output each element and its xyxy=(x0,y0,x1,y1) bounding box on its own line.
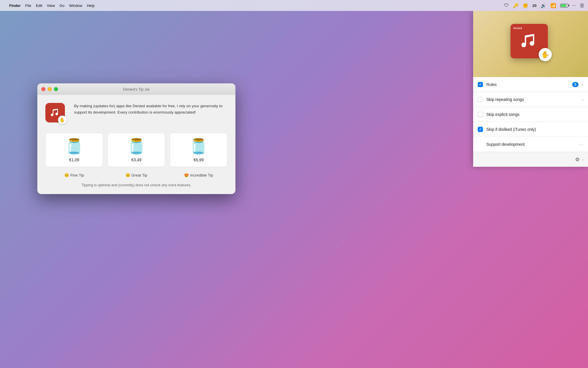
maximize-button[interactable] xyxy=(54,87,58,91)
row-label-support: Support development xyxy=(478,142,575,147)
key-icon[interactable]: 🔑 xyxy=(513,3,519,8)
battery-indicator xyxy=(560,4,568,7)
hand-icon[interactable]: ✊ xyxy=(523,3,528,8)
panel-hero: Denied ✋ xyxy=(473,11,588,77)
jar-icon-great: 🫙 xyxy=(111,138,162,155)
panel-hand-badge: ✋ xyxy=(539,48,552,61)
jar-icon-incredible: 🫙 xyxy=(173,138,224,155)
label-fine: 😐 Fine Tip xyxy=(45,173,103,177)
tip-price-great: €3,49 xyxy=(111,158,162,162)
menubar-right: 🛡 🔑 ✊ 20 🔊 📶 ··· ☰ xyxy=(504,3,584,8)
menubar-view[interactable]: View xyxy=(47,3,55,8)
checkbox-skip-explicit[interactable] xyxy=(478,112,483,117)
menu-icon[interactable]: ☰ xyxy=(580,3,584,8)
panel-row-skip-repeating[interactable]: Skip repeating songs › xyxy=(473,92,588,107)
tip-price-incredible: €6,99 xyxy=(173,158,224,162)
traffic-lights[interactable] xyxy=(41,87,58,91)
menubar-finder[interactable]: Finder xyxy=(9,3,21,8)
denied-panel: Denied ✋ Rules 5 › Skip repeating songs … xyxy=(473,11,588,167)
panel-row-support[interactable]: Support development ··· xyxy=(473,137,588,152)
label-incredible: 😍 Incredible Tip xyxy=(170,173,227,177)
tip-footnote: Tipping is optional and (currently) does… xyxy=(45,183,227,187)
minimize-button[interactable] xyxy=(48,87,52,91)
rules-badge: 5 xyxy=(572,82,579,87)
skip-repeating-chevron-icon: › xyxy=(582,97,583,102)
panel-rows: Rules 5 › Skip repeating songs › Skip ex… xyxy=(473,77,588,152)
tip-description: By making (updates for) apps like Denied… xyxy=(74,103,227,115)
settings-button[interactable]: ⚙ › xyxy=(573,155,583,164)
menubar-file[interactable]: File xyxy=(25,3,31,8)
panel-row-skip-disliked[interactable]: Skip if disliked (iTunes only) xyxy=(473,122,588,137)
panel-footer: ⚙ › xyxy=(473,152,588,167)
gear-icon[interactable]: ⚙ xyxy=(573,155,582,164)
denied-card: Denied ✋ xyxy=(510,24,548,58)
rules-chevron-icon: › xyxy=(582,82,583,87)
checkbox-rules[interactable] xyxy=(478,82,483,87)
tip-jar-dialog: Denied's Tip Jar ✋ By making (updates fo… xyxy=(37,83,235,194)
hand-badge-icon: ✋ xyxy=(58,116,67,124)
label-great: 😐 Great Tip xyxy=(108,173,165,177)
notch-number[interactable]: 20 xyxy=(532,3,536,8)
music-note-icon xyxy=(50,108,60,118)
volume-icon[interactable]: 🔊 xyxy=(541,3,546,8)
panel-music-note-icon xyxy=(520,32,538,50)
row-label-rules: Rules xyxy=(486,82,569,87)
menubar: Finder File Edit View Go Window Help 🛡 🔑… xyxy=(0,0,588,11)
app-icon-bg: ✋ xyxy=(45,103,65,122)
menubar-go[interactable]: Go xyxy=(59,3,64,8)
tip-option-incredible[interactable]: 🫙 €6,99 xyxy=(170,133,227,167)
row-label-skip-disliked: Skip if disliked (iTunes only) xyxy=(486,127,583,132)
more-options-icon[interactable]: ··· xyxy=(579,142,583,147)
more-icon[interactable]: ··· xyxy=(572,3,576,8)
battery-icon xyxy=(560,4,568,7)
titlebar: Denied's Tip Jar xyxy=(37,83,235,95)
tip-option-great[interactable]: 🫙 €3,49 xyxy=(108,133,165,167)
panel-app-icon: Denied ✋ xyxy=(510,24,551,64)
row-label-skip-repeating: Skip repeating songs xyxy=(486,97,579,102)
tip-labels: 😐 Fine Tip 😐 Great Tip 😍 Incredible Tip xyxy=(45,173,227,177)
menubar-window[interactable]: Window xyxy=(69,3,82,8)
app-icon: ✋ xyxy=(45,103,68,126)
dialog-title: Denied's Tip Jar xyxy=(123,87,150,91)
panel-row-skip-explicit[interactable]: Skip explicit songs xyxy=(473,107,588,122)
wifi-icon[interactable]: 📶 xyxy=(550,3,556,8)
menubar-help[interactable]: Help xyxy=(87,3,95,8)
tip-jar-header: ✋ By making (updates for) apps like Deni… xyxy=(45,103,227,126)
tip-option-fine[interactable]: 🫙 €1,09 xyxy=(45,133,103,167)
jar-icon-fine: 🫙 xyxy=(49,138,99,155)
menubar-edit[interactable]: Edit xyxy=(36,3,42,8)
gear-chevron-icon: › xyxy=(582,158,583,162)
row-label-skip-explicit: Skip explicit songs xyxy=(486,112,583,117)
denied-label-text: Denied xyxy=(513,27,522,30)
tip-price-fine: €1,09 xyxy=(49,158,99,162)
tip-jar-body: ✋ By making (updates for) apps like Deni… xyxy=(37,95,235,194)
checkbox-skip-disliked[interactable] xyxy=(478,127,483,132)
shield-icon[interactable]: 🛡 xyxy=(504,3,509,8)
checkbox-skip-repeating[interactable] xyxy=(478,97,483,102)
panel-row-rules[interactable]: Rules 5 › xyxy=(473,77,588,92)
tip-options: 🫙 €1,09 🫙 €3,49 🫙 €6,99 xyxy=(45,133,227,167)
close-button[interactable] xyxy=(41,87,45,91)
